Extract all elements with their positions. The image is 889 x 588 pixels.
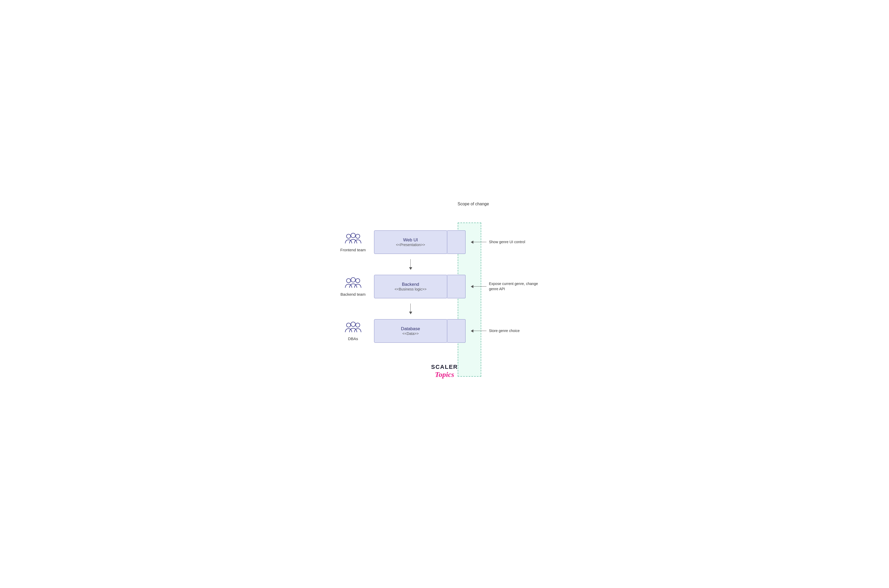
webui-arrow-body: [473, 242, 486, 242]
svg-point-5: [351, 278, 355, 282]
diagram: Frontend team Web UI <<Presentation>> Sh…: [332, 225, 557, 348]
dba-icon: [345, 321, 361, 335]
frontend-team-icon: [345, 232, 361, 246]
frontend-team-label: Frontend team: [340, 248, 366, 252]
v-line-2: [411, 303, 411, 314]
svg-point-4: [355, 279, 360, 283]
scope-label: Scope of change: [458, 202, 489, 206]
backend-arrow: [471, 285, 486, 288]
svg-point-8: [351, 322, 355, 327]
webui-extension: [447, 230, 466, 254]
webui-annotation-area: Show genre UI control: [471, 240, 557, 245]
backend-arrowhead: [471, 285, 473, 288]
webui-sub: <<Presentation>>: [396, 243, 425, 247]
database-arrow: [471, 329, 486, 333]
actor-dba: DBAs: [332, 321, 374, 341]
webui-box: Web UI <<Presentation>>: [374, 230, 447, 254]
webui-title: Web UI: [403, 237, 418, 243]
database-arrowhead: [471, 329, 473, 333]
svg-point-6: [346, 323, 350, 327]
branding-topics: Topics: [332, 370, 557, 379]
svg-point-0: [346, 234, 350, 238]
webui-annotation-text: Show genre UI control: [489, 240, 525, 245]
v-arrow-2: [374, 303, 447, 314]
database-extension: [447, 319, 466, 343]
backend-annotation-area: Expose current genre, change genre API: [471, 281, 557, 291]
webui-arrowhead: [471, 241, 473, 244]
backend-sub: <<Business logic>>: [394, 287, 426, 291]
branding-scaler: SCALER: [332, 364, 557, 370]
actor-frontend: Frontend team: [332, 232, 374, 252]
database-annotation-text: Store genre choice: [489, 328, 520, 334]
database-arrow-body: [473, 331, 486, 331]
v-arrow-1: [374, 259, 447, 270]
layer-row-frontend: Frontend team Web UI <<Presentation>> Sh…: [332, 225, 557, 259]
layer-row-dba: DBAs Database <<Data>> Store genre choic…: [332, 314, 557, 348]
svg-point-1: [355, 234, 360, 238]
database-title: Database: [401, 326, 420, 332]
backend-extension: [447, 275, 466, 298]
database-box: Database <<Data>>: [374, 319, 447, 343]
backend-team-icon: [345, 277, 361, 291]
dba-label: DBAs: [348, 336, 358, 341]
database-sub: <<Data>>: [402, 332, 418, 336]
branding: SCALER Topics: [332, 364, 557, 379]
backend-team-label: Backend team: [341, 292, 366, 297]
backend-arrow-body: [473, 286, 486, 287]
backend-title: Backend: [402, 282, 419, 287]
backend-annotation-text: Expose current genre, change genre API: [489, 281, 542, 291]
layer-row-backend: Backend team Backend <<Business logic>> …: [332, 270, 557, 303]
actor-backend: Backend team: [332, 277, 374, 297]
connector-2: [332, 303, 557, 314]
svg-point-2: [351, 233, 355, 238]
connector-1: [332, 259, 557, 270]
backend-box: Backend <<Business logic>>: [374, 275, 447, 298]
database-annotation-area: Store genre choice: [471, 328, 557, 334]
v-line-1: [411, 259, 411, 270]
svg-point-7: [355, 323, 360, 327]
webui-arrow: [471, 241, 486, 244]
svg-point-3: [346, 279, 350, 283]
page-container: Scope of change: [327, 194, 562, 394]
